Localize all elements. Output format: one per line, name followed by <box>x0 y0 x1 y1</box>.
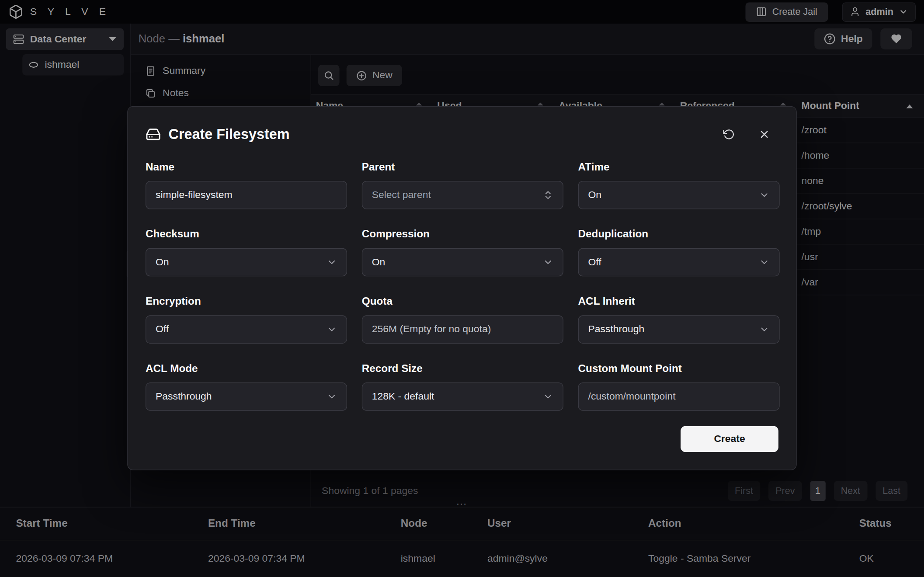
modal-actions <box>723 129 778 140</box>
deduplication-select[interactable]: Off <box>578 248 780 277</box>
field-custom-mount-point: Custom Mount Point <box>578 361 780 410</box>
compression-label: Compression <box>362 227 563 241</box>
name-label: Name <box>146 160 347 174</box>
reset-button[interactable] <box>723 129 735 140</box>
chevrons-up-down-icon <box>543 190 553 200</box>
custom-mount-point-label: Custom Mount Point <box>578 361 780 375</box>
app: S Y L V E Create Jail admin <box>0 0 924 577</box>
encryption-value: Off <box>156 323 169 335</box>
acl-inherit-value: Passthrough <box>588 323 645 335</box>
deduplication-label: Deduplication <box>578 227 780 241</box>
modal-header: Create Filesystem <box>146 124 778 144</box>
checksum-value: On <box>156 256 169 268</box>
field-encryption: Encryption Off <box>146 294 347 344</box>
parent-select-placeholder: Select parent <box>372 189 431 201</box>
field-atime: ATime On <box>578 160 780 209</box>
record-size-label: Record Size <box>362 361 563 375</box>
chevron-down-icon <box>759 257 769 268</box>
chevron-down-icon <box>327 391 337 402</box>
encryption-label: Encryption <box>146 294 347 308</box>
compression-value: On <box>372 256 386 268</box>
deduplication-value: Off <box>588 256 601 268</box>
filesystem-icon <box>146 127 161 142</box>
field-quota: Quota <box>362 294 563 344</box>
checksum-select[interactable]: On <box>146 248 347 277</box>
create-filesystem-form: Name Parent Select parent ATime On <box>146 160 778 410</box>
compression-select[interactable]: On <box>362 248 563 277</box>
atime-select[interactable]: On <box>578 181 780 209</box>
field-compression: Compression On <box>362 227 563 276</box>
checksum-label: Checksum <box>146 227 347 241</box>
field-parent: Parent Select parent <box>362 160 563 209</box>
atime-value: On <box>588 189 602 201</box>
parent-label: Parent <box>362 160 563 174</box>
field-record-size: Record Size 128K - default <box>362 361 563 410</box>
create-button[interactable]: Create <box>681 426 778 452</box>
field-checksum: Checksum On <box>146 227 347 276</box>
field-acl-mode: ACL Mode Passthrough <box>146 361 347 410</box>
field-name: Name <box>146 160 347 209</box>
chevron-down-icon <box>759 190 769 200</box>
chevron-down-icon <box>327 324 337 335</box>
modal-title: Create Filesystem <box>169 126 290 143</box>
acl-mode-value: Passthrough <box>156 391 212 403</box>
chevron-down-icon <box>543 257 553 268</box>
acl-inherit-label: ACL Inherit <box>578 294 780 308</box>
chevron-down-icon <box>759 324 769 335</box>
name-input[interactable] <box>146 181 347 209</box>
record-size-value: 128K - default <box>372 391 434 403</box>
quota-label: Quota <box>362 294 563 308</box>
acl-mode-label: ACL Mode <box>146 361 347 375</box>
encryption-select[interactable]: Off <box>146 315 347 344</box>
field-acl-inherit: ACL Inherit Passthrough <box>578 294 780 344</box>
acl-inherit-select[interactable]: Passthrough <box>578 315 780 344</box>
atime-label: ATime <box>578 160 780 174</box>
record-size-select[interactable]: 128K - default <box>362 382 563 411</box>
quota-input[interactable] <box>362 315 563 344</box>
parent-select[interactable]: Select parent <box>362 181 563 209</box>
close-icon[interactable] <box>758 129 770 140</box>
field-deduplication: Deduplication Off <box>578 227 780 276</box>
create-filesystem-modal: Create Filesystem Name <box>127 106 797 470</box>
custom-mount-point-input[interactable] <box>578 382 780 411</box>
chevron-down-icon <box>327 257 337 268</box>
acl-mode-select[interactable]: Passthrough <box>146 382 347 411</box>
chevron-down-icon <box>543 391 553 402</box>
viewport: S Y L V E Create Jail admin <box>0 0 924 577</box>
